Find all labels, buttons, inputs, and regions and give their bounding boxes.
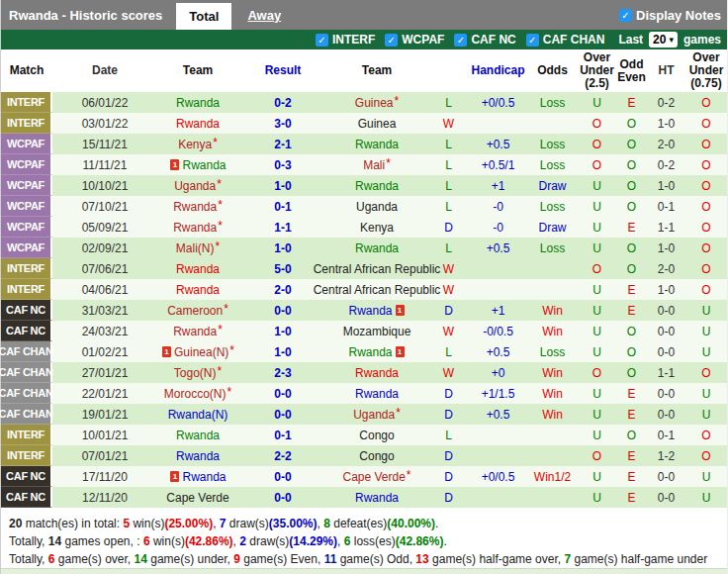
odd-even-result: O: [614, 175, 649, 196]
caf-chan-checkbox[interactable]: ✓: [526, 34, 539, 47]
handicap-value: -0: [471, 196, 525, 217]
tab-away[interactable]: Away: [247, 8, 281, 23]
over-under-0-75-result: O: [683, 92, 728, 113]
odd-even-result: E: [614, 487, 649, 508]
display-notes-toggle: ✓ Display Notes: [619, 8, 727, 23]
home-team: Rwanda*: [157, 196, 238, 217]
over-under-0-75-result: O: [683, 238, 728, 258]
handicap-value: [471, 425, 525, 445]
score-link[interactable]: 2-2: [238, 445, 327, 466]
odd-even-result: E: [614, 300, 649, 321]
over-under-0-75-result: U: [683, 300, 728, 321]
display-notes-checkbox[interactable]: ✓: [619, 9, 632, 22]
half-time-score: 0-0: [649, 300, 683, 321]
over-under-0-75-result: O: [683, 154, 728, 175]
over-under-2-5-result: U: [580, 466, 614, 487]
over-under-2-5-result: O: [580, 134, 614, 154]
table-body: INTERF06/01/22Rwanda0-2Guinea*L+0/0.5Los…: [1, 92, 727, 508]
tab-total[interactable]: Total: [176, 3, 231, 30]
home-team: 1Rwanda: [157, 154, 238, 175]
handicap-value: +1: [471, 175, 525, 196]
over-under-0-75-result: O: [683, 196, 728, 217]
odds-result: [525, 425, 580, 445]
score-link[interactable]: 1-0: [238, 238, 327, 258]
score-link[interactable]: 0-2: [238, 92, 327, 113]
over-under-0-75-result: U: [683, 404, 728, 425]
away-team: Central African Republic: [327, 279, 426, 300]
caf-nc-checkbox[interactable]: ✓: [454, 34, 467, 47]
score-link[interactable]: 2-3: [238, 362, 327, 383]
competition-label: WCPAF: [1, 134, 52, 154]
table-row: INTERF10/01/21Rwanda0-1CongoLUO0-1O: [1, 425, 727, 445]
last-label: Last: [618, 33, 643, 47]
competition-label: CAF CHAN: [1, 362, 52, 383]
away-team: Central African Republic: [327, 258, 426, 279]
score-link[interactable]: 3-0: [238, 113, 327, 134]
interf-checkbox[interactable]: ✓: [316, 34, 328, 47]
score-link[interactable]: 2-1: [238, 134, 327, 154]
header-over-under-0-75: Over Under (0.75): [683, 49, 728, 92]
handicap-value: +1/1.5: [471, 383, 525, 404]
home-team: Rwanda: [157, 279, 238, 300]
home-team: Cape Verde: [157, 487, 238, 508]
summary-footer: 20 match(es) in total: 5 win(s)(25.00%),…: [1, 508, 727, 568]
over-under-0-75-result: O: [683, 425, 728, 445]
over-under-2-5-result: O: [580, 154, 614, 175]
table-row: INTERF07/01/21Rwanda2-2CongoDOE1-2O: [1, 445, 727, 466]
header-date: Date: [52, 49, 157, 92]
odds-result: Win: [525, 321, 580, 341]
table-row: CAF CHAN22/01/21Morocco(N)*0-0RwandaD+1/…: [1, 383, 727, 404]
odd-even-result: O: [614, 425, 649, 445]
handicap-value: +0.5: [471, 404, 525, 425]
away-team: Rwanda1: [327, 341, 426, 362]
wcpaf-label: WCPAF: [402, 33, 444, 47]
home-advantage-star: *: [218, 198, 223, 212]
score-link[interactable]: 1-0: [238, 321, 327, 341]
score-link[interactable]: 0-0: [238, 466, 327, 487]
over-under-2-5-result: U: [580, 321, 614, 341]
score-link[interactable]: 1-0: [238, 341, 327, 362]
score-link[interactable]: 0-0: [238, 487, 327, 508]
competition-label: CAF CHAN: [1, 341, 52, 362]
filter-interf: ✓ INTERF: [316, 33, 375, 47]
score-link[interactable]: 0-1: [238, 425, 327, 445]
odd-even-result: O: [614, 321, 649, 341]
odd-even-result: O: [614, 113, 649, 134]
wcpaf-checkbox[interactable]: ✓: [385, 34, 398, 47]
away-team: Guinea: [327, 113, 426, 134]
table-row: CAF NC24/03/21Rwanda*1-0MozambiqueW-0/0.…: [1, 321, 727, 341]
over-under-0-75-result: U: [683, 466, 728, 487]
home-advantage-star: *: [218, 364, 223, 378]
score-link[interactable]: 0-0: [238, 383, 327, 404]
half-time-score: 0-0: [649, 383, 683, 404]
away-team: Cape Verde*: [327, 466, 426, 487]
home-advantage-star: *: [228, 385, 232, 399]
score-link[interactable]: 0-0: [238, 404, 327, 425]
score-link[interactable]: 0-0: [238, 300, 327, 321]
handicap-value: -0: [471, 217, 525, 238]
away-team: Congo: [327, 425, 426, 445]
result-letter: W: [426, 279, 471, 300]
score-link[interactable]: 0-1: [238, 196, 327, 217]
over-under-2-5-result: U: [580, 238, 614, 258]
table-row: WCPAF07/10/21Rwanda*0-1UgandaL-0LossUO0-…: [1, 196, 727, 217]
score-link[interactable]: 1-1: [238, 217, 327, 238]
score-link[interactable]: 0-3: [238, 154, 327, 175]
table-row: WCPAF02/09/21Mali(N)*1-0RwandaL+0.5LossU…: [1, 238, 727, 258]
competition-label: INTERF: [1, 92, 52, 113]
home-team: Rwanda*: [157, 321, 238, 341]
result-letter: L: [426, 341, 471, 362]
score-link[interactable]: 1-0: [238, 175, 327, 196]
odds-result: Loss: [525, 238, 580, 258]
half-time-score: 0-0: [649, 341, 683, 362]
match-date: 24/03/21: [52, 321, 157, 341]
over-under-0-75-result: U: [683, 341, 728, 362]
result-letter: W: [426, 258, 471, 279]
over-under-0-75-result: O: [683, 217, 728, 238]
over-under-2-5-result: U: [580, 217, 614, 238]
last-games-select[interactable]: 20 ▾: [649, 32, 678, 48]
table-row: INTERF03/01/22Rwanda3-0GuineaWOO1-0O: [1, 113, 727, 134]
result-letter: D: [426, 487, 471, 508]
home-advantage-star: *: [386, 156, 391, 170]
match-date: 31/03/21: [52, 300, 157, 321]
